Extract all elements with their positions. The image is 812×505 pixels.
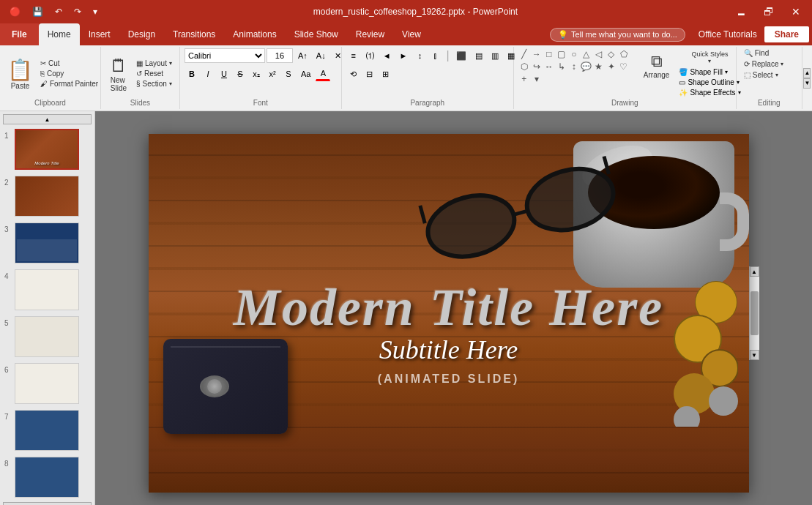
find-button[interactable]: 🔍 Find — [741, 48, 772, 58]
layout-button[interactable]: ▦ Layout ▾ — [133, 59, 175, 68]
shape-fill-button[interactable]: 🪣 Shape Fill ▾ — [676, 67, 743, 77]
underline-button[interactable]: U — [217, 67, 231, 81]
bullet-list-button[interactable]: ≡ — [346, 48, 361, 63]
rrect-shape[interactable]: ▢ — [556, 48, 567, 60]
restore-button[interactable]: 🗗 — [758, 4, 780, 19]
new-slide-button[interactable]: 🗒 NewSlide — [105, 54, 132, 94]
shadow-button[interactable]: S — [281, 67, 296, 81]
font-color-button[interactable]: A — [316, 67, 330, 81]
rect-shape[interactable]: □ — [543, 48, 555, 60]
slide-thumb-1[interactable]: 1 Modern Title Modern Title — [3, 127, 92, 171]
change-case-button[interactable]: Aa — [297, 67, 314, 81]
quick-styles-button[interactable]: Quick Styles ▾ — [676, 48, 743, 67]
copy-button[interactable]: ⎘ Copy — [37, 69, 101, 78]
slide-panel-scroll-up[interactable]: ▲ — [3, 114, 92, 124]
increase-indent-button[interactable]: ► — [396, 48, 411, 63]
slide-thumb-4[interactable]: 4 — [3, 268, 92, 312]
transitions-tab[interactable]: Transitions — [164, 23, 224, 45]
u-arrow-shape[interactable]: ↕ — [568, 61, 580, 72]
increase-font-button[interactable]: A↑ — [294, 48, 311, 63]
font-name-select[interactable]: Calibri — [185, 48, 265, 63]
view-tab[interactable]: View — [393, 23, 430, 45]
slide-thumb-8[interactable]: 8 — [3, 455, 92, 499]
scroll-track[interactable] — [750, 277, 759, 350]
rtriangle-shape[interactable]: ◁ — [593, 48, 605, 60]
diamond-shape[interactable]: ◇ — [606, 48, 617, 60]
triangle-shape[interactable]: △ — [581, 48, 592, 60]
slide-panel-scroll-down[interactable]: ▼ — [3, 502, 92, 505]
format-painter-button[interactable]: 🖌 Format Painter — [37, 79, 101, 89]
arrange-button[interactable]: ⧉ Arrange — [638, 48, 675, 83]
select-button[interactable]: ⬚ Select ▾ — [741, 70, 781, 80]
slide-thumb-3[interactable]: 3 — [3, 221, 92, 265]
star4-shape[interactable]: ✦ — [606, 61, 617, 72]
animations-tab[interactable]: Animations — [224, 23, 285, 45]
close-button[interactable]: ✕ — [786, 4, 806, 19]
powerpoint-icon[interactable]: 🔴 — [6, 5, 24, 18]
slideshow-tab[interactable]: Slide Show — [286, 23, 347, 45]
scroll-up-arrow[interactable]: ▲ — [750, 266, 759, 277]
slide-thumb-6[interactable]: 6 — [3, 362, 92, 405]
bent-arrow-shape[interactable]: ↳ — [556, 61, 567, 72]
oval-shape[interactable]: ○ — [568, 48, 580, 60]
section-button[interactable]: § Section ▾ — [133, 79, 175, 89]
customize-qat-button[interactable]: ▾ — [89, 5, 101, 18]
dbl-arrow-shape[interactable]: ↔ — [543, 61, 555, 72]
share-button[interactable]: Share — [764, 26, 809, 42]
insert-tab[interactable]: Insert — [80, 23, 119, 45]
align-text-button[interactable]: ⊟ — [362, 67, 377, 81]
columns-button[interactable]: ⫿ — [428, 48, 443, 63]
subscript-button[interactable]: x₂ — [249, 67, 264, 81]
decrease-indent-button[interactable]: ◄ — [379, 48, 395, 63]
design-tab[interactable]: Design — [119, 23, 164, 45]
shape-effects-button[interactable]: ✨ Shape Effects ▾ — [676, 88, 743, 97]
office-tutorials-link[interactable]: Office Tutorials — [691, 29, 764, 40]
review-tab[interactable]: Review — [347, 23, 393, 45]
slides-group: 🗒 NewSlide ▦ Layout ▾ ↺ Reset § Section … — [101, 47, 180, 109]
save-button[interactable]: 💾 — [29, 5, 47, 18]
line-spacing-button[interactable]: ↕ — [412, 48, 427, 63]
italic-button[interactable]: I — [201, 67, 215, 81]
minimize-button[interactable]: 🗕 — [730, 4, 752, 19]
callout-shape[interactable]: 💬 — [581, 61, 592, 72]
align-left-button[interactable]: ⬛ — [452, 48, 470, 63]
superscript-button[interactable]: x² — [265, 67, 280, 81]
paste-button[interactable]: 📋 Paste — [4, 56, 36, 91]
slide-thumb-2[interactable]: 2 — [3, 174, 92, 218]
file-menu[interactable]: File — [0, 23, 39, 45]
decrease-font-button[interactable]: A↓ — [313, 48, 329, 63]
strikethrough-button[interactable]: S — [233, 67, 247, 81]
scroll-down-arrow[interactable]: ▼ — [750, 350, 759, 360]
convert-smartart-button[interactable]: ⊞ — [379, 67, 393, 81]
pentagon-shape[interactable]: ⬠ — [618, 48, 630, 60]
slide-thumb-7[interactable]: 7 — [3, 408, 92, 452]
redo-button[interactable]: ↷ — [70, 5, 85, 18]
quick-styles-arrow: ▾ — [708, 58, 711, 64]
curved-arrow-shape[interactable]: ↪ — [531, 61, 543, 72]
bold-button[interactable]: B — [185, 67, 199, 81]
numbered-list-button[interactable]: ⑴ — [362, 48, 378, 63]
align-center-button[interactable]: ▤ — [472, 48, 486, 63]
tell-me-box[interactable]: 💡 Tell me what you want to do... — [550, 28, 685, 42]
plus-shape[interactable]: + — [518, 73, 530, 85]
arrow-shape[interactable]: → — [531, 48, 543, 60]
cut-button[interactable]: ✂ Cut — [37, 59, 101, 68]
heart-shape[interactable]: ♡ — [618, 61, 630, 72]
reset-button[interactable]: ↺ Reset — [133, 69, 175, 78]
align-right-button[interactable]: ▥ — [488, 48, 502, 63]
text-direction-button[interactable]: ⟲ — [346, 67, 361, 81]
slide-thumb-5[interactable]: 5 — [3, 315, 92, 359]
replace-button[interactable]: ⟳ Replace ▾ — [741, 59, 787, 69]
more-shapes[interactable]: ▾ — [531, 73, 543, 85]
home-tab[interactable]: Home — [39, 23, 80, 45]
ribbon-scroll-down[interactable]: ▼ — [803, 78, 811, 89]
slide-canvas-area[interactable]: Modern Title Here Subtitle Here (ANIMATE… — [95, 111, 812, 505]
shape-outline-button[interactable]: ▭ Shape Outline ▾ — [676, 78, 743, 87]
line-shape[interactable]: ╱ — [518, 48, 530, 60]
font-size-input[interactable] — [267, 48, 293, 63]
undo-button[interactable]: ↶ — [51, 5, 66, 18]
hexagon-shape[interactable]: ⬡ — [518, 61, 530, 72]
scroll-thumb[interactable] — [750, 291, 759, 335]
ribbon-scroll-up[interactable]: ▲ — [803, 68, 811, 78]
star-shape[interactable]: ★ — [593, 61, 605, 72]
